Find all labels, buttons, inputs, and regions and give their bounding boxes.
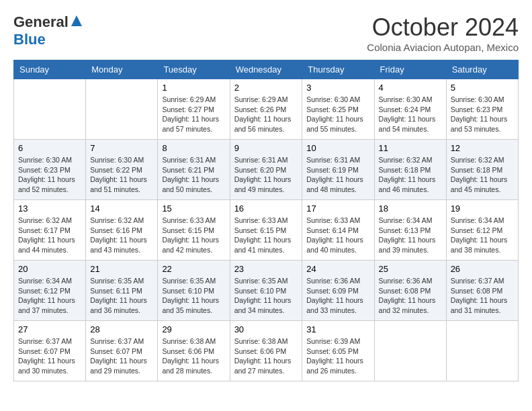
cell-sun-info: Sunrise: 6:33 AMSunset: 6:14 PMDaylight:…	[306, 216, 369, 255]
cell-sun-info: Sunrise: 6:35 AMSunset: 6:11 PMDaylight:…	[90, 276, 153, 316]
cell-sun-info: Sunrise: 6:31 AMSunset: 6:21 PMDaylight:…	[162, 155, 225, 195]
calendar-cell: 5Sunrise: 6:30 AMSunset: 6:23 PMDaylight…	[446, 79, 518, 140]
logo-general-text: General	[13, 13, 69, 31]
calendar-cell: 28Sunrise: 6:37 AMSunset: 6:07 PMDayligh…	[86, 321, 158, 381]
day-number: 1	[162, 83, 225, 93]
day-number: 3	[306, 83, 369, 93]
calendar-cell	[14, 79, 86, 140]
cell-sun-info: Sunrise: 6:32 AMSunset: 6:18 PMDaylight:…	[451, 155, 514, 195]
day-number: 17	[306, 203, 369, 214]
day-number: 8	[162, 143, 225, 153]
day-number: 29	[162, 324, 225, 334]
calendar-cell: 12Sunrise: 6:32 AMSunset: 6:18 PMDayligh…	[446, 140, 518, 200]
calendar-cell: 22Sunrise: 6:35 AMSunset: 6:10 PMDayligh…	[158, 261, 230, 321]
calendar-cell: 2Sunrise: 6:29 AMSunset: 6:26 PMDaylight…	[230, 79, 302, 140]
day-number: 26	[451, 264, 514, 274]
day-number: 19	[451, 203, 514, 214]
calendar-cell: 30Sunrise: 6:38 AMSunset: 6:06 PMDayligh…	[230, 321, 302, 381]
cell-sun-info: Sunrise: 6:39 AMSunset: 6:05 PMDaylight:…	[306, 336, 369, 376]
day-number: 13	[18, 203, 81, 214]
day-number: 7	[90, 143, 153, 153]
day-number: 27	[18, 324, 81, 334]
cell-sun-info: Sunrise: 6:34 AMSunset: 6:13 PMDaylight:…	[379, 216, 442, 255]
cell-sun-info: Sunrise: 6:29 AMSunset: 6:26 PMDaylight:…	[234, 95, 298, 134]
day-number: 10	[306, 143, 369, 153]
calendar-week-row: 13Sunrise: 6:32 AMSunset: 6:17 PMDayligh…	[14, 200, 519, 261]
calendar-cell: 29Sunrise: 6:38 AMSunset: 6:06 PMDayligh…	[158, 321, 230, 381]
day-number: 11	[379, 143, 442, 153]
cell-sun-info: Sunrise: 6:38 AMSunset: 6:06 PMDaylight:…	[162, 336, 225, 376]
cell-sun-info: Sunrise: 6:34 AMSunset: 6:12 PMDaylight:…	[18, 276, 81, 316]
weekday-header: Thursday	[302, 60, 374, 79]
calendar-cell: 19Sunrise: 6:34 AMSunset: 6:12 PMDayligh…	[446, 200, 518, 261]
cell-sun-info: Sunrise: 6:30 AMSunset: 6:22 PMDaylight:…	[90, 155, 153, 195]
calendar-cell: 18Sunrise: 6:34 AMSunset: 6:13 PMDayligh…	[374, 200, 446, 261]
logo-triangle-icon	[70, 14, 83, 28]
svg-marker-0	[71, 15, 82, 26]
cell-sun-info: Sunrise: 6:33 AMSunset: 6:15 PMDaylight:…	[234, 216, 298, 255]
day-number: 14	[90, 203, 153, 214]
calendar-cell: 25Sunrise: 6:36 AMSunset: 6:08 PMDayligh…	[374, 261, 446, 321]
cell-sun-info: Sunrise: 6:29 AMSunset: 6:27 PMDaylight:…	[162, 95, 225, 134]
calendar-cell: 26Sunrise: 6:37 AMSunset: 6:08 PMDayligh…	[446, 261, 518, 321]
header: General Blue October 2024 Colonia Aviaci…	[13, 13, 519, 53]
cell-sun-info: Sunrise: 6:30 AMSunset: 6:23 PMDaylight:…	[18, 155, 81, 195]
day-number: 20	[18, 264, 81, 274]
weekday-header: Sunday	[14, 60, 86, 79]
calendar-table: SundayMondayTuesdayWednesdayThursdayFrid…	[13, 60, 519, 381]
calendar-cell	[86, 79, 158, 140]
day-number: 22	[162, 264, 225, 274]
day-number: 18	[379, 203, 442, 214]
weekday-header: Wednesday	[230, 60, 302, 79]
calendar-cell: 10Sunrise: 6:31 AMSunset: 6:19 PMDayligh…	[302, 140, 374, 200]
calendar-cell: 21Sunrise: 6:35 AMSunset: 6:11 PMDayligh…	[86, 261, 158, 321]
cell-sun-info: Sunrise: 6:36 AMSunset: 6:08 PMDaylight:…	[379, 276, 442, 316]
calendar-cell: 13Sunrise: 6:32 AMSunset: 6:17 PMDayligh…	[14, 200, 86, 261]
calendar-cell: 14Sunrise: 6:32 AMSunset: 6:16 PMDayligh…	[86, 200, 158, 261]
calendar-cell: 8Sunrise: 6:31 AMSunset: 6:21 PMDaylight…	[158, 140, 230, 200]
calendar-week-row: 6Sunrise: 6:30 AMSunset: 6:23 PMDaylight…	[14, 140, 519, 200]
logo-blue-text: Blue	[13, 31, 46, 48]
day-number: 21	[90, 264, 153, 274]
weekday-header: Saturday	[446, 60, 518, 79]
calendar-cell: 11Sunrise: 6:32 AMSunset: 6:18 PMDayligh…	[374, 140, 446, 200]
day-number: 30	[234, 324, 298, 334]
day-number: 9	[234, 143, 298, 153]
calendar-cell: 4Sunrise: 6:30 AMSunset: 6:24 PMDaylight…	[374, 79, 446, 140]
cell-sun-info: Sunrise: 6:33 AMSunset: 6:15 PMDaylight:…	[162, 216, 225, 255]
calendar-cell: 31Sunrise: 6:39 AMSunset: 6:05 PMDayligh…	[302, 321, 374, 381]
cell-sun-info: Sunrise: 6:34 AMSunset: 6:12 PMDaylight:…	[451, 216, 514, 255]
calendar-cell: 17Sunrise: 6:33 AMSunset: 6:14 PMDayligh…	[302, 200, 374, 261]
calendar-cell: 7Sunrise: 6:30 AMSunset: 6:22 PMDaylight…	[86, 140, 158, 200]
header-row: SundayMondayTuesdayWednesdayThursdayFrid…	[14, 60, 519, 79]
cell-sun-info: Sunrise: 6:31 AMSunset: 6:19 PMDaylight:…	[306, 155, 369, 195]
cell-sun-info: Sunrise: 6:32 AMSunset: 6:18 PMDaylight:…	[379, 155, 442, 195]
calendar-cell: 24Sunrise: 6:36 AMSunset: 6:09 PMDayligh…	[302, 261, 374, 321]
cell-sun-info: Sunrise: 6:36 AMSunset: 6:09 PMDaylight:…	[306, 276, 369, 316]
calendar-cell: 15Sunrise: 6:33 AMSunset: 6:15 PMDayligh…	[158, 200, 230, 261]
logo: General Blue	[13, 13, 83, 48]
cell-sun-info: Sunrise: 6:32 AMSunset: 6:16 PMDaylight:…	[90, 216, 153, 255]
cell-sun-info: Sunrise: 6:30 AMSunset: 6:23 PMDaylight:…	[451, 95, 514, 134]
location-subtitle: Colonia Aviacion Autopan, Mexico	[367, 42, 519, 53]
calendar-cell: 16Sunrise: 6:33 AMSunset: 6:15 PMDayligh…	[230, 200, 302, 261]
calendar-cell: 23Sunrise: 6:35 AMSunset: 6:10 PMDayligh…	[230, 261, 302, 321]
cell-sun-info: Sunrise: 6:37 AMSunset: 6:08 PMDaylight:…	[451, 276, 514, 316]
day-number: 6	[18, 143, 81, 153]
calendar-cell: 27Sunrise: 6:37 AMSunset: 6:07 PMDayligh…	[14, 321, 86, 381]
day-number: 4	[379, 83, 442, 93]
calendar-cell: 1Sunrise: 6:29 AMSunset: 6:27 PMDaylight…	[158, 79, 230, 140]
weekday-header: Friday	[374, 60, 446, 79]
calendar-cell: 9Sunrise: 6:31 AMSunset: 6:20 PMDaylight…	[230, 140, 302, 200]
weekday-header: Monday	[86, 60, 158, 79]
day-number: 23	[234, 264, 298, 274]
cell-sun-info: Sunrise: 6:32 AMSunset: 6:17 PMDaylight:…	[18, 216, 81, 255]
month-title: October 2024	[367, 13, 519, 42]
day-number: 12	[451, 143, 514, 153]
day-number: 15	[162, 203, 225, 214]
calendar-cell	[374, 321, 446, 381]
calendar-cell: 3Sunrise: 6:30 AMSunset: 6:25 PMDaylight…	[302, 79, 374, 140]
cell-sun-info: Sunrise: 6:35 AMSunset: 6:10 PMDaylight:…	[234, 276, 298, 316]
cell-sun-info: Sunrise: 6:37 AMSunset: 6:07 PMDaylight:…	[18, 336, 81, 376]
day-number: 2	[234, 83, 298, 93]
